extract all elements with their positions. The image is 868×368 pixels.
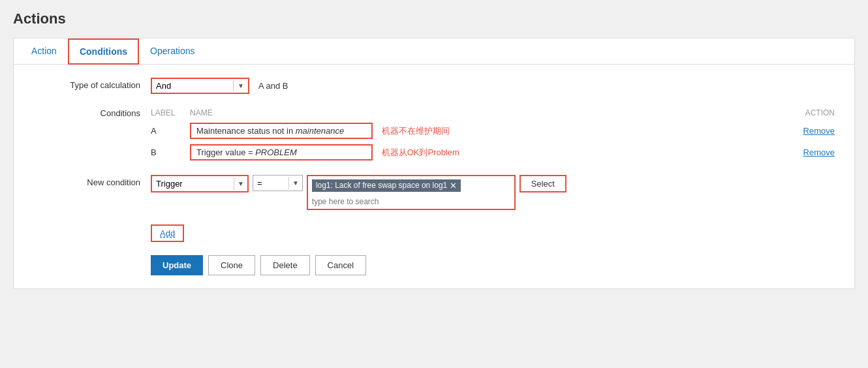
new-condition-label: New condition (33, 175, 151, 187)
trigger-tag-text: log1: Lack of free swap space on log1 (316, 181, 447, 190)
action-buttons: Update Clone Delete Cancel (33, 255, 835, 275)
trigger-value-wrap[interactable]: log1: Lack of free swap space on log1 ✕ (307, 175, 516, 210)
update-button[interactable]: Update (151, 255, 203, 275)
condition-action-a: Remove (783, 126, 835, 136)
new-condition-row: New condition Trigger Host Host group Ap… (33, 175, 835, 210)
conditions-row: Conditions LABEL NAME ACTION A Maintenan… (33, 106, 835, 163)
calculation-select-wrap[interactable]: And Or And/Or Custom expression ▼ (151, 78, 249, 94)
delete-button[interactable]: Delete (260, 255, 310, 275)
clone-button[interactable]: Clone (208, 255, 255, 275)
condition-label-b: B (151, 147, 190, 157)
new-condition-wrap: Trigger Host Host group Application Main… (151, 175, 566, 210)
trigger-tag-area: log1: Lack of free swap space on log1 ✕ (308, 176, 465, 194)
condition-name-cell-b: Trigger value = PROBLEM 机器从OK到Problem (190, 144, 783, 161)
condition-name-cell-a: Maintenance status not in maintenance 机器… (190, 123, 783, 139)
select-button[interactable]: Select (519, 175, 566, 192)
calculation-select[interactable]: And Or And/Or Custom expression (152, 79, 233, 93)
tab-conditions[interactable]: Conditions (68, 38, 139, 65)
calculation-control: And Or And/Or Custom expression ▼ A and … (151, 78, 288, 94)
trigger-type-select-wrap[interactable]: Trigger Host Host group Application Main… (151, 175, 249, 192)
condition-label-a: A (151, 126, 190, 136)
conditions-block: LABEL NAME ACTION A Maintenance status n… (151, 106, 835, 163)
add-row: Add (33, 222, 835, 242)
col-name-header: NAME (190, 108, 783, 117)
trigger-type-select[interactable]: Trigger Host Host group Application Main… (152, 176, 234, 191)
trigger-search-input[interactable] (308, 194, 514, 209)
calculation-label: Type of calculation (33, 78, 151, 90)
trigger-tag: log1: Lack of free swap space on log1 ✕ (312, 179, 461, 192)
condition-comment-a: 机器不在维护期间 (382, 126, 450, 136)
trigger-type-arrow-icon: ▼ (234, 177, 247, 190)
col-action-header: ACTION (783, 108, 835, 117)
add-button[interactable]: Add (151, 224, 184, 242)
add-spacer (33, 222, 151, 224)
condition-action-b: Remove (783, 147, 835, 157)
cancel-button[interactable]: Cancel (315, 255, 366, 275)
remove-link-a[interactable]: Remove (803, 126, 835, 136)
condition-row-a: A Maintenance status not in maintenance … (151, 120, 835, 142)
operator-select-wrap[interactable]: = ≠ like not like ▼ (253, 175, 303, 191)
tab-action[interactable]: Action (20, 38, 68, 65)
remove-link-b[interactable]: Remove (803, 147, 835, 157)
calculation-display: A and B (258, 81, 288, 91)
condition-name-box-b: Trigger value = PROBLEM (190, 144, 373, 161)
trigger-tag-remove-icon[interactable]: ✕ (450, 181, 457, 191)
col-label-header: LABEL (151, 108, 190, 117)
tab-operations[interactable]: Operations (139, 38, 206, 65)
operator-select[interactable]: = ≠ like not like (253, 176, 288, 191)
condition-name-box-a: Maintenance status not in maintenance (190, 123, 373, 139)
conditions-label: Conditions (33, 106, 151, 118)
tabs-bar: Action Conditions Operations (14, 38, 854, 65)
page-title: Actions (13, 10, 855, 27)
calculation-row: Type of calculation And Or And/Or Custom… (33, 78, 835, 94)
condition-comment-b: 机器从OK到Problem (382, 147, 459, 157)
condition-row-b: B Trigger value = PROBLEM 机器从OK到Problem … (151, 142, 835, 163)
conditions-header: LABEL NAME ACTION (151, 106, 835, 120)
calculation-arrow-icon: ▼ (233, 80, 248, 91)
operator-arrow-icon: ▼ (288, 177, 302, 189)
